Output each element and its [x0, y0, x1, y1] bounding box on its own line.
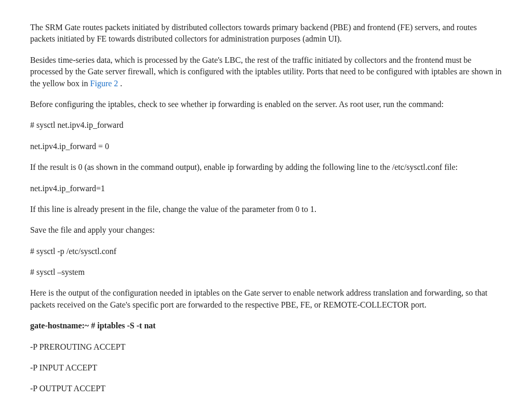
command-sysctl-check: # sysctl net.ipv4.ip_forward — [30, 119, 502, 131]
output-output: -P OUTPUT ACCEPT — [30, 383, 502, 394]
command-iptables-nat: gate-hostname:~ # iptables -S -t nat — [30, 320, 502, 331]
command-sysctl-system: # sysctl –system — [30, 267, 502, 278]
paragraph-iptables-config: Here is the output of the configuration … — [30, 287, 502, 311]
text-segment: . — [118, 79, 122, 88]
paragraph-already-present: If this line is already present in the f… — [30, 204, 502, 215]
paragraph-enable-forwarding: If the result is 0 (as shown in the comm… — [30, 162, 502, 173]
paragraph-firewall: Besides time-series data, which is proce… — [30, 55, 502, 89]
paragraph-save-apply: Save the file and apply your changes: — [30, 224, 502, 236]
output-input: -P INPUT ACCEPT — [30, 362, 502, 374]
command-sysctl-p: # sysctl -p /etc/sysctl.conf — [30, 246, 502, 257]
paragraph-check-forwarding: Before configuring the iptables, check t… — [30, 99, 502, 110]
config-ip-forward-one: net.ipv4.ip_forward=1 — [30, 183, 502, 194]
document-page: The SRM Gate routes packets initiated by… — [0, 0, 532, 399]
output-prerouting: -P PREROUTING ACCEPT — [30, 341, 502, 353]
output-ip-forward-zero: net.ipv4.ip_forward = 0 — [30, 141, 502, 152]
figure-2-link[interactable]: Figure 2 — [90, 79, 118, 88]
paragraph-intro: The SRM Gate routes packets initiated by… — [30, 22, 502, 45]
